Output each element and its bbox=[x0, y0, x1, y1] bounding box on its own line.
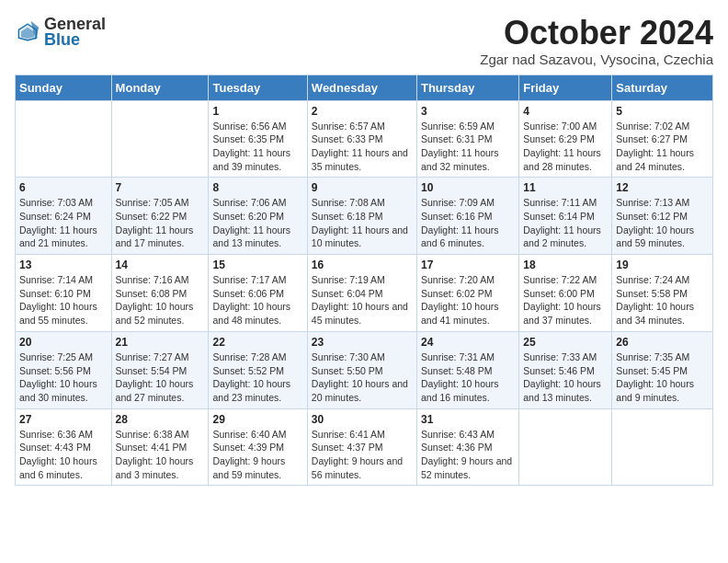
day-number: 25 bbox=[523, 336, 608, 349]
day-info: Sunrise: 7:14 AM Sunset: 6:10 PM Dayligh… bbox=[19, 273, 108, 327]
day-number: 28 bbox=[116, 413, 205, 426]
day-cell: 1Sunrise: 6:56 AM Sunset: 6:35 PM Daylig… bbox=[209, 100, 307, 178]
day-info: Sunrise: 7:24 AM Sunset: 5:58 PM Dayligh… bbox=[616, 273, 709, 327]
day-number: 14 bbox=[116, 259, 205, 271]
day-cell bbox=[519, 408, 612, 486]
day-info: Sunrise: 6:40 AM Sunset: 4:39 PM Dayligh… bbox=[212, 428, 302, 482]
day-info: Sunrise: 7:00 AM Sunset: 6:29 PM Dayligh… bbox=[523, 120, 608, 174]
day-number: 29 bbox=[212, 413, 302, 426]
day-cell: 8Sunrise: 7:06 AM Sunset: 6:20 PM Daylig… bbox=[209, 178, 307, 255]
day-info: Sunrise: 7:25 AM Sunset: 5:56 PM Dayligh… bbox=[19, 350, 108, 405]
logo: General Blue bbox=[15, 15, 106, 50]
day-cell: 4Sunrise: 7:00 AM Sunset: 6:29 PM Daylig… bbox=[519, 100, 612, 178]
day-info: Sunrise: 6:57 AM Sunset: 6:33 PM Dayligh… bbox=[312, 120, 413, 174]
day-info: Sunrise: 6:38 AM Sunset: 4:41 PM Dayligh… bbox=[116, 428, 205, 482]
logo-icon bbox=[15, 19, 40, 45]
day-cell: 12Sunrise: 7:13 AM Sunset: 6:12 PM Dayli… bbox=[612, 178, 713, 255]
day-info: Sunrise: 7:06 AM Sunset: 6:20 PM Dayligh… bbox=[212, 196, 302, 250]
day-cell: 2Sunrise: 6:57 AM Sunset: 6:33 PM Daylig… bbox=[307, 100, 416, 178]
day-info: Sunrise: 7:27 AM Sunset: 5:54 PM Dayligh… bbox=[116, 350, 205, 405]
day-number: 16 bbox=[312, 259, 413, 271]
day-number: 11 bbox=[523, 181, 608, 194]
day-info: Sunrise: 7:30 AM Sunset: 5:50 PM Dayligh… bbox=[312, 350, 413, 405]
day-number: 4 bbox=[523, 105, 608, 118]
day-info: Sunrise: 7:31 AM Sunset: 5:48 PM Dayligh… bbox=[421, 350, 515, 405]
day-cell: 19Sunrise: 7:24 AM Sunset: 5:58 PM Dayli… bbox=[612, 255, 713, 332]
day-header-saturday: Saturday bbox=[612, 75, 713, 100]
day-info: Sunrise: 7:19 AM Sunset: 6:04 PM Dayligh… bbox=[312, 273, 413, 327]
day-cell: 31Sunrise: 6:43 AM Sunset: 4:36 PM Dayli… bbox=[416, 408, 518, 486]
week-row-3: 13Sunrise: 7:14 AM Sunset: 6:10 PM Dayli… bbox=[16, 255, 713, 332]
calendar-table: SundayMondayTuesdayWednesdayThursdayFrid… bbox=[15, 75, 713, 487]
day-cell: 16Sunrise: 7:19 AM Sunset: 6:04 PM Dayli… bbox=[307, 255, 416, 332]
day-cell: 14Sunrise: 7:16 AM Sunset: 6:08 PM Dayli… bbox=[111, 255, 209, 332]
day-cell bbox=[16, 100, 112, 178]
day-info: Sunrise: 7:35 AM Sunset: 5:45 PM Dayligh… bbox=[616, 350, 709, 405]
week-row-1: 1Sunrise: 6:56 AM Sunset: 6:35 PM Daylig… bbox=[16, 100, 713, 178]
day-header-monday: Monday bbox=[111, 75, 209, 100]
day-cell: 25Sunrise: 7:33 AM Sunset: 5:46 PM Dayli… bbox=[519, 331, 612, 408]
day-info: Sunrise: 7:17 AM Sunset: 6:06 PM Dayligh… bbox=[212, 273, 302, 327]
day-info: Sunrise: 7:11 AM Sunset: 6:14 PM Dayligh… bbox=[523, 196, 608, 250]
day-info: Sunrise: 7:22 AM Sunset: 6:00 PM Dayligh… bbox=[523, 273, 608, 327]
day-info: Sunrise: 6:43 AM Sunset: 4:36 PM Dayligh… bbox=[421, 428, 515, 482]
day-cell: 6Sunrise: 7:03 AM Sunset: 6:24 PM Daylig… bbox=[16, 178, 112, 255]
day-cell: 21Sunrise: 7:27 AM Sunset: 5:54 PM Dayli… bbox=[111, 331, 209, 408]
day-info: Sunrise: 7:33 AM Sunset: 5:46 PM Dayligh… bbox=[523, 350, 608, 405]
day-cell: 20Sunrise: 7:25 AM Sunset: 5:56 PM Dayli… bbox=[16, 331, 112, 408]
day-number: 21 bbox=[116, 336, 205, 349]
day-info: Sunrise: 7:02 AM Sunset: 6:27 PM Dayligh… bbox=[616, 120, 709, 174]
day-cell: 29Sunrise: 6:40 AM Sunset: 4:39 PM Dayli… bbox=[209, 408, 307, 486]
day-cell: 30Sunrise: 6:41 AM Sunset: 4:37 PM Dayli… bbox=[307, 408, 416, 486]
day-info: Sunrise: 6:41 AM Sunset: 4:37 PM Dayligh… bbox=[312, 428, 413, 482]
day-cell bbox=[612, 408, 713, 486]
day-info: Sunrise: 7:03 AM Sunset: 6:24 PM Dayligh… bbox=[19, 196, 108, 250]
day-info: Sunrise: 7:08 AM Sunset: 6:18 PM Dayligh… bbox=[312, 196, 413, 250]
day-number: 9 bbox=[312, 181, 413, 194]
day-number: 12 bbox=[616, 181, 709, 194]
day-header-thursday: Thursday bbox=[416, 75, 518, 100]
day-number: 15 bbox=[212, 259, 302, 271]
day-cell: 18Sunrise: 7:22 AM Sunset: 6:00 PM Dayli… bbox=[519, 255, 612, 332]
day-info: Sunrise: 7:28 AM Sunset: 5:52 PM Dayligh… bbox=[212, 350, 302, 405]
day-number: 26 bbox=[616, 336, 709, 349]
day-cell: 9Sunrise: 7:08 AM Sunset: 6:18 PM Daylig… bbox=[307, 178, 416, 255]
day-cell: 10Sunrise: 7:09 AM Sunset: 6:16 PM Dayli… bbox=[416, 178, 518, 255]
day-cell: 5Sunrise: 7:02 AM Sunset: 6:27 PM Daylig… bbox=[612, 100, 713, 178]
month-title: October 2024 bbox=[480, 15, 713, 52]
day-number: 7 bbox=[116, 181, 205, 194]
day-info: Sunrise: 7:05 AM Sunset: 6:22 PM Dayligh… bbox=[116, 196, 205, 250]
location-subtitle: Zgar nad Sazavou, Vysocina, Czechia bbox=[480, 52, 713, 67]
day-header-wednesday: Wednesday bbox=[307, 75, 416, 100]
day-number: 6 bbox=[19, 181, 108, 194]
week-row-4: 20Sunrise: 7:25 AM Sunset: 5:56 PM Dayli… bbox=[16, 331, 713, 408]
day-cell: 17Sunrise: 7:20 AM Sunset: 6:02 PM Dayli… bbox=[416, 255, 518, 332]
page-header: General Blue October 2024 Zgar nad Sazav… bbox=[15, 15, 713, 67]
day-number: 10 bbox=[421, 181, 515, 194]
header-row: SundayMondayTuesdayWednesdayThursdayFrid… bbox=[16, 75, 713, 100]
day-cell: 22Sunrise: 7:28 AM Sunset: 5:52 PM Dayli… bbox=[209, 331, 307, 408]
day-cell: 3Sunrise: 6:59 AM Sunset: 6:31 PM Daylig… bbox=[416, 100, 518, 178]
day-number: 13 bbox=[19, 259, 108, 271]
week-row-5: 27Sunrise: 6:36 AM Sunset: 4:43 PM Dayli… bbox=[16, 408, 713, 486]
day-number: 2 bbox=[312, 105, 413, 118]
day-number: 3 bbox=[421, 105, 515, 118]
title-block: October 2024 Zgar nad Sazavou, Vysocina,… bbox=[480, 15, 713, 67]
day-number: 17 bbox=[421, 259, 515, 271]
day-number: 27 bbox=[19, 413, 108, 426]
day-cell bbox=[111, 100, 209, 178]
day-cell: 27Sunrise: 6:36 AM Sunset: 4:43 PM Dayli… bbox=[16, 408, 112, 486]
day-cell: 28Sunrise: 6:38 AM Sunset: 4:41 PM Dayli… bbox=[111, 408, 209, 486]
week-row-2: 6Sunrise: 7:03 AM Sunset: 6:24 PM Daylig… bbox=[16, 178, 713, 255]
day-cell: 13Sunrise: 7:14 AM Sunset: 6:10 PM Dayli… bbox=[16, 255, 112, 332]
day-header-sunday: Sunday bbox=[16, 75, 112, 100]
day-number: 24 bbox=[421, 336, 515, 349]
day-cell: 7Sunrise: 7:05 AM Sunset: 6:22 PM Daylig… bbox=[111, 178, 209, 255]
day-cell: 24Sunrise: 7:31 AM Sunset: 5:48 PM Dayli… bbox=[416, 331, 518, 408]
day-cell: 11Sunrise: 7:11 AM Sunset: 6:14 PM Dayli… bbox=[519, 178, 612, 255]
day-cell: 26Sunrise: 7:35 AM Sunset: 5:45 PM Dayli… bbox=[612, 331, 713, 408]
logo-text: General Blue bbox=[44, 15, 106, 50]
day-cell: 15Sunrise: 7:17 AM Sunset: 6:06 PM Dayli… bbox=[209, 255, 307, 332]
day-number: 30 bbox=[312, 413, 413, 426]
day-info: Sunrise: 6:56 AM Sunset: 6:35 PM Dayligh… bbox=[212, 120, 302, 174]
